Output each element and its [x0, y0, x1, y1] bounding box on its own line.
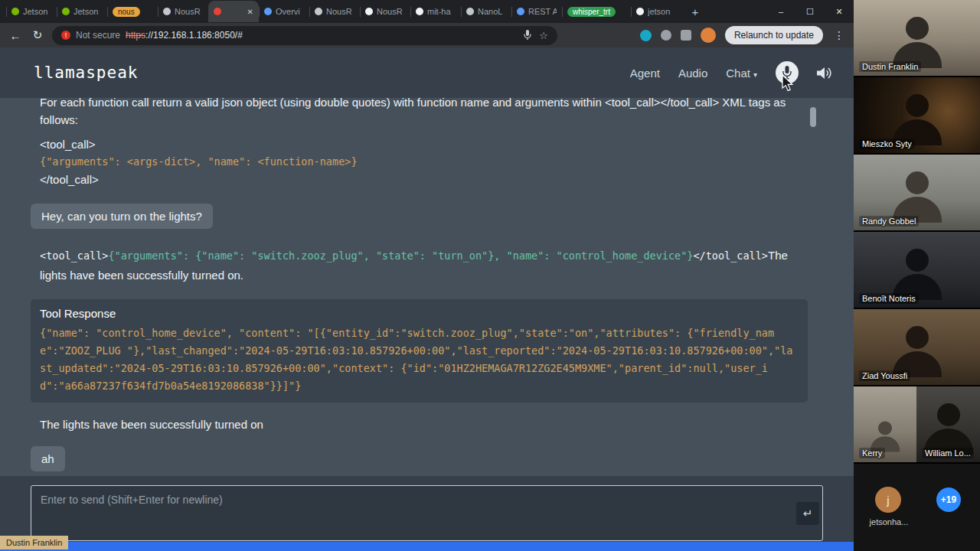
tab-close-icon[interactable]: ✕ [247, 8, 253, 16]
participant-avatar[interactable]: j [875, 487, 901, 513]
more-participants-badge[interactable]: +19 [936, 487, 961, 512]
tool-response-body: {"name": "control_home_device", "content… [40, 324, 799, 395]
jetson-favicon [62, 8, 70, 15]
profile-avatar[interactable] [701, 28, 716, 43]
tab-label: mit-ha [427, 7, 456, 16]
browser-tab-rest-api[interactable]: REST A [511, 1, 562, 22]
maximize-button[interactable]: ☐ [795, 0, 825, 23]
participant-tile-ziad[interactable]: Ziad Youssfi [854, 309, 980, 386]
chat-area: For each function call return a valid js… [0, 98, 854, 476]
browser-tab-nousr[interactable]: NousR [158, 1, 208, 22]
presenter-name-label: Dustin Franklin [0, 536, 68, 549]
doc-favicon [264, 8, 272, 15]
browser-tab-active[interactable]: ✕ [208, 1, 259, 22]
participant-name: Dustin Franklin [859, 61, 921, 72]
tab-label: NanoL [478, 7, 506, 16]
browser-tab-nanollm[interactable]: NanoL [461, 1, 511, 22]
voice-search-icon[interactable] [524, 30, 531, 41]
message-input[interactable] [31, 486, 822, 540]
speaker-icon [817, 67, 834, 80]
scrollbar-thumb[interactable] [810, 107, 816, 127]
toolbar-extensions: Relaunch to update ⋮ [640, 26, 846, 44]
system-message: For each function call return a valid js… [40, 98, 808, 188]
assistant-message: <tool_call>{"arguments": {"name": "switc… [40, 246, 808, 285]
user-message-bubble: Hey, can you turn on the lights? [31, 204, 213, 229]
browser-tab-nousr-2[interactable]: NousR [309, 1, 360, 22]
participant-tile-william[interactable]: William Lo... [916, 386, 980, 462]
browser-tab-overview[interactable]: Overvi [259, 1, 309, 22]
participant-tile-randy[interactable]: Randy Gobbel [854, 155, 980, 232]
browser-tab-mit-han[interactable]: mit-ha [410, 1, 461, 22]
speaker-button[interactable] [817, 67, 834, 80]
browser-tab-nousr-github[interactable]: NousR [360, 1, 410, 22]
relaunch-button[interactable]: Relaunch to update [725, 26, 823, 44]
app-header: llamaspeak Agent Audio Chat▾ [0, 47, 854, 98]
generic-favicon [163, 8, 171, 15]
bookmark-star-icon[interactable]: ☆ [539, 30, 548, 41]
tool-call-close-tag: </tool_call> [693, 249, 768, 262]
mic-icon [782, 66, 792, 80]
tab-label: Jetson [74, 7, 102, 16]
browser-tab-jetson-2[interactable]: Jetson [57, 1, 107, 22]
nav-chat-dropdown[interactable]: Chat▾ [726, 67, 757, 80]
participant-tile-kerry[interactable]: Kerry [854, 386, 916, 462]
back-button[interactable]: ← [8, 29, 23, 42]
tab-group-label: nous [113, 7, 140, 17]
tab-label: NousR [377, 7, 405, 16]
tab-label: NousR [326, 7, 354, 16]
nav-audio[interactable]: Audio [678, 67, 707, 80]
system-open-tag: <tool_call> [40, 135, 808, 153]
url-rest: ://192.168.1.186:8050/# [145, 30, 243, 41]
nav-agent[interactable]: Agent [630, 67, 660, 80]
tool-response-block: Tool Response {"name": "control_home_dev… [31, 299, 808, 403]
minimize-button[interactable]: – [766, 0, 795, 23]
user-message-row: ah [31, 431, 808, 471]
participant-tile-mieszko[interactable]: Mieszko Syty [854, 77, 980, 155]
message-composer: ↵ [0, 476, 854, 542]
participant-name: Randy Gobbel [859, 216, 919, 227]
chat-scrollbar[interactable] [810, 98, 816, 476]
github-favicon [416, 8, 423, 15]
generic-favicon [466, 8, 474, 15]
new-tab-button[interactable]: + [686, 2, 704, 21]
tab-label: jetson [648, 7, 676, 16]
tab-strip: Jetson Jetson nous NousR ✕ Overvi NousR … [0, 0, 766, 23]
extensions-puzzle-icon[interactable] [681, 30, 691, 41]
address-bar[interactable]: ! Not secure https://192.168.1.186:8050/… [52, 26, 557, 45]
tab-label: NousR [175, 7, 203, 16]
person-silhouette [893, 171, 942, 223]
screenshare-border [0, 542, 854, 551]
browser-tab-jetson[interactable]: Jetson [6, 1, 57, 22]
person-silhouette [893, 17, 942, 68]
participant-tile-benoit[interactable]: Benoît Noteris [854, 232, 980, 309]
tab-group-nous[interactable]: nous [107, 1, 158, 22]
tab-group-whisper-trt[interactable]: whisper_trt [562, 1, 631, 22]
app-nav: Agent Audio Chat▾ [630, 61, 834, 84]
github-favicon [365, 8, 373, 15]
tab-label: Overvi [276, 7, 304, 16]
system-close-tag: </tool_call> [40, 171, 808, 188]
send-button[interactable]: ↵ [796, 502, 819, 525]
extension-icon[interactable] [661, 30, 671, 41]
tool-call-json: {"arguments": {"name": "switch.zooz_plug… [108, 249, 693, 262]
omnibox-actions: ☆ [524, 30, 548, 41]
participant-tile-dustin[interactable]: Dustin Franklin [854, 0, 980, 77]
llamaspeak-favicon [214, 8, 221, 15]
cast-icon[interactable] [640, 30, 652, 41]
app-title: llamaspeak [34, 64, 138, 82]
participant-avatar-label: jetsonha... [857, 517, 921, 527]
mic-toggle-button[interactable] [776, 61, 799, 84]
close-button[interactable]: ✕ [825, 0, 854, 23]
browser-tab-jetson-github[interactable]: jetson [631, 1, 681, 22]
participants-overflow-panel: j jetsonha... +19 [854, 464, 980, 551]
generic-favicon [315, 8, 322, 15]
person-silhouette [893, 326, 942, 377]
jetson-favicon [11, 8, 19, 15]
browser-menu-icon[interactable]: ⋮ [832, 29, 846, 41]
tool-response-title: Tool Response [40, 307, 799, 320]
reload-button[interactable]: ↻ [30, 28, 45, 42]
tab-group-label: whisper_trt [567, 7, 616, 17]
assistant-final-message: The lights have been successfully turned… [40, 418, 808, 431]
message-input-box: ↵ [31, 485, 823, 541]
security-label: Not secure [76, 30, 120, 41]
